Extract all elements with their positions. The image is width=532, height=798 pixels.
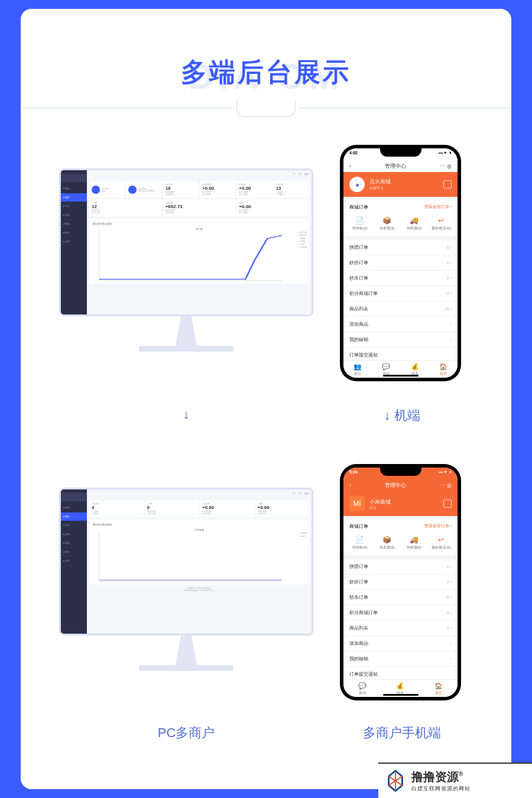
shop-logo-icon: ◉ (349, 177, 365, 192)
phone-1: 4:02••• ᯤ ▮ ‹管理中心⋯ ◎ ◉ 点火商城ID编号 3 商城订单查看… (340, 145, 461, 381)
order-tab[interactable]: 📄待付款(0) (347, 536, 373, 550)
list-item[interactable]: 商品列表13 › (343, 301, 458, 316)
view-all-link[interactable]: 查看全部订单 › (424, 523, 452, 530)
order-tab[interactable]: 📦待发货(3) (374, 216, 400, 231)
stat-card: 用户总数18昨日新增 0今日新增 0 (163, 181, 199, 198)
pc-sidebar: ▸ 概览▸ 统计▸ 平台▸ 店铺▸ 商品▸ 财务▸ 设置 (61, 489, 87, 634)
back-icon[interactable]: ‹ (349, 482, 351, 488)
page-title: 多端后台展示 (21, 55, 511, 90)
sidebar-item[interactable]: ▸ 商品 (61, 220, 87, 228)
scan-icon[interactable] (443, 180, 452, 189)
order-tab[interactable]: 📦待发货(0) (374, 536, 400, 550)
stat-card: 订单金额+892.73昨日 ¥12.00今日 ¥0.00 (163, 199, 236, 216)
stat-card: 已退款+0.00昨日 ¥0.00今日 ¥0.00 (255, 500, 310, 517)
order-tab[interactable]: 📄待付款(4) (347, 216, 373, 231)
order-tab[interactable]: 🚚待收货(2) (401, 216, 427, 231)
label-mobile-merchant: 多商户手机端 (343, 724, 461, 742)
stat-card: 商品总数4已上架 4已下架 0 (89, 500, 144, 517)
sidebar-item[interactable]: ▸ 设置 (61, 557, 87, 565)
list-item[interactable]: 砍价订单0 › (343, 574, 458, 589)
stat-card: 已退款+0.00昨日 ¥0.00今日 ¥0.00 (236, 199, 309, 216)
sidebar-item[interactable]: ▸ 平台 (61, 202, 87, 210)
stat-card: 商品总数13已上架 6已下架 6 (274, 181, 309, 198)
pc-monitor-2: ▸ 概览▸ 统计▸ 平台▸ 店铺▸ 商品▸ 财务▸ 设置 ⟳⚙退出 商品总数4已… (59, 488, 313, 683)
order-tab[interactable]: ↩退款/售后(0) (428, 536, 454, 550)
sidebar-item[interactable]: ▸ 概览 (61, 184, 87, 193)
sidebar-item[interactable]: ▸ 店铺 (61, 530, 87, 539)
list-item[interactable]: 秒杀订单0 › (343, 270, 458, 286)
chart-title: 最近30天数据趋势 (93, 523, 306, 526)
chart-title: 最近30天数据趋势 (93, 222, 306, 225)
divider (21, 100, 511, 118)
list-item[interactable]: 积分商城订单0 › (343, 605, 458, 620)
chart-area (99, 231, 282, 281)
list-item[interactable]: 砍价订单0 › (343, 255, 458, 270)
sidebar-item[interactable]: ▸ 统计 (61, 512, 87, 521)
list-item[interactable]: 我的核销› (343, 651, 458, 666)
stat-card: 订单金额+0.00昨日 ¥0.00今日 ¥0.00 (200, 500, 254, 517)
nav-tab[interactable]: 🏠首页 (429, 363, 458, 377)
sidebar-item[interactable]: ▸ 店铺 (61, 211, 87, 219)
sidebar-item[interactable]: ▸ 统计 (61, 193, 87, 202)
shop-banner[interactable]: MI 小米商城ID 1 (343, 491, 458, 516)
stat-card: 订单数0昨日订单 0今日订单 0 (145, 500, 199, 517)
stat-card: 昨日佣金+0.00昨日 ¥0.00本月 ¥0.00 (236, 181, 272, 198)
more-icon[interactable]: ⋯ ◎ (440, 482, 452, 488)
section-title: 商城订单 (349, 204, 368, 210)
view-all-link[interactable]: 查看全部订单 › (424, 204, 452, 210)
sidebar-item[interactable]: ▸ 平台 (61, 521, 87, 530)
chart-area (99, 531, 282, 582)
scan-icon[interactable] (443, 499, 452, 508)
nav-tab[interactable]: 💬咨询 (343, 682, 381, 696)
list-item[interactable]: 拼团订单0 › (343, 239, 458, 255)
list-item[interactable]: 商品列表4 › (343, 620, 458, 635)
nav-tab[interactable]: 🏠首页 (420, 682, 458, 696)
phone-2: 5:24••• ᯤ ▮ ‹管理中心⋯ ◎ MI 小米商城ID 1 商城订单查看全… (340, 464, 461, 700)
list-item[interactable]: 积分商城订单0 › (343, 286, 458, 301)
sidebar-item[interactable]: ▸ 设置 (61, 238, 87, 246)
sidebar-item[interactable]: ▸ 商品 (61, 539, 87, 547)
pc-sidebar: ▸ 概览▸ 统计▸ 平台▸ 店铺▸ 商品▸ 财务▸ 设置 (61, 170, 87, 314)
signal-icon: ••• ᯤ ▮ (439, 151, 452, 158)
shop-banner[interactable]: ◉ 点火商城ID编号 3 (343, 172, 458, 197)
footer-watermark: 撸撸资源® 白嫖互联网资源的网站 (378, 763, 532, 798)
section-title: 商城订单 (349, 523, 368, 530)
order-tab[interactable]: 🚚待收货(0) (401, 536, 427, 550)
list-item[interactable]: 我的核销› (343, 332, 458, 347)
stat-card: 订单数12昨日订单 1今日订单 0 (89, 199, 162, 216)
more-icon[interactable]: ⋯ ◎ (440, 163, 452, 169)
label-pc: ↓ (127, 407, 245, 422)
label-pc-merchant: PC多商户 (127, 724, 245, 742)
back-icon[interactable]: ‹ (349, 163, 351, 169)
sidebar-item[interactable]: ▸ 财务 (61, 548, 87, 556)
list-item[interactable]: 秒杀订单0 › (343, 589, 458, 605)
signal-icon: ••• ᯤ ▮ (439, 470, 452, 477)
footer-logo-icon (384, 770, 407, 792)
phone-header: ‹管理中心⋯ ◎ (343, 479, 458, 491)
phone-header: ‹管理中心⋯ ◎ (343, 160, 458, 172)
stat-card: 今日营业额+0.00昨日 ¥0.00本月 ¥0.00 (200, 181, 235, 198)
sidebar-item[interactable]: ▸ 财务 (61, 229, 87, 237)
list-item[interactable]: 添加商品› (343, 635, 458, 651)
label-mobile: ↓ 机端 (343, 407, 461, 424)
shop-logo-icon: MI (349, 496, 365, 511)
nav-tab[interactable]: 👥会员 (343, 363, 372, 377)
sidebar-item[interactable]: ▸ 概览 (61, 504, 87, 512)
order-tab[interactable]: ↩退款/售后(0) (428, 216, 454, 231)
list-item[interactable]: 添加商品› (343, 316, 458, 332)
pc-monitor-1: ▸ 概览▸ 统计▸ 平台▸ 店铺▸ 商品▸ 财务▸ 设置 ⟳⚙退出 点火商城在线… (59, 168, 313, 364)
list-item[interactable]: 拼团订单0 › (343, 559, 458, 574)
